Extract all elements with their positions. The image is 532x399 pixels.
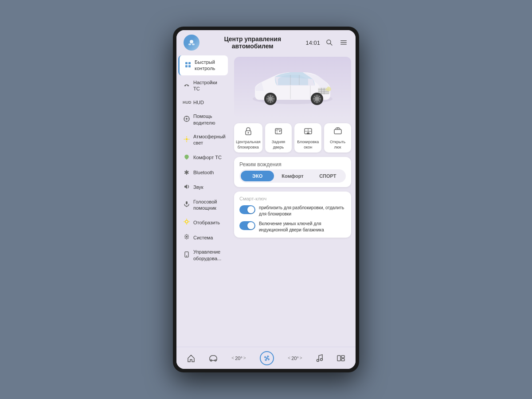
quick-control-icon: [184, 62, 192, 69]
svg-point-75: [266, 357, 268, 359]
window-lock-label: Блокировка окон: [296, 140, 320, 150]
svg-line-4: [330, 43, 332, 45]
open-hatch-button[interactable]: Открыть люк: [324, 123, 351, 153]
sidebar-item-hud[interactable]: HUD HUD: [178, 96, 228, 109]
svg-rect-79: [341, 356, 344, 358]
drive-mode-buttons: ЭКО Комфорт СПОРТ: [239, 169, 346, 183]
toggle-induction[interactable]: [239, 221, 255, 230]
temp-right-control[interactable]: < 20° >: [288, 356, 302, 361]
voice-assistant-icon: [183, 201, 191, 208]
rear-door-button[interactable]: Задняя дверь: [265, 123, 292, 153]
rear-door-icon: [274, 127, 283, 138]
temp-right-increase[interactable]: >: [300, 356, 302, 360]
clock: 14:01: [305, 39, 320, 46]
sound-icon: [183, 184, 191, 191]
music-icon: [316, 354, 323, 362]
system-icon: [183, 234, 191, 241]
sidebar-item-settings-tc[interactable]: Настройки ТС: [178, 76, 228, 96]
svg-rect-10: [185, 65, 188, 67]
sidebar-item-sound[interactable]: Звук: [178, 180, 228, 195]
sidebar-item-device-mgmt[interactable]: Управление оборудова...: [178, 245, 228, 265]
sidebar-item-system[interactable]: Система: [178, 230, 228, 245]
central-lock-button[interactable]: Центральная блокировка: [234, 123, 262, 153]
temp-left-decrease[interactable]: <: [231, 356, 234, 360]
panels-icon: [337, 355, 345, 361]
drive-mode-sport[interactable]: СПОРТ: [311, 171, 344, 181]
car-icon: [209, 355, 218, 362]
window-lock-icon: [304, 127, 313, 138]
sidebar-item-display[interactable]: Отобразить: [178, 215, 228, 230]
search-icon[interactable]: [325, 38, 334, 47]
panels-button[interactable]: [337, 355, 345, 361]
drive-mode-eco[interactable]: ЭКО: [241, 171, 274, 181]
car-image: [234, 57, 351, 119]
drive-mode-comfort[interactable]: Комфорт: [276, 171, 309, 181]
sidebar-label-display: Отобразить: [193, 219, 220, 226]
screen-outer: Центр управления автомобилем 14:01: [173, 27, 359, 372]
home-icon: [187, 354, 195, 362]
svg-rect-9: [188, 62, 191, 64]
open-hatch-label: Открыть люк: [326, 140, 349, 150]
svg-point-76: [317, 359, 319, 361]
sidebar-item-quick-control[interactable]: Быстрый контроль: [178, 55, 228, 75]
sidebar-label-bluetooth: Bluetooth: [193, 169, 214, 176]
toggle-unlock[interactable]: [239, 205, 255, 214]
sidebar-label-settings-tc: Настройки ТС: [193, 79, 223, 92]
svg-point-35: [186, 256, 187, 257]
svg-point-32: [186, 236, 188, 238]
svg-rect-78: [337, 356, 340, 361]
display-icon: [183, 219, 191, 226]
temp-left-value: 20°: [235, 356, 243, 361]
device-mgmt-icon: [183, 251, 191, 259]
sidebar: Быстрый контроль Настройки ТС H: [176, 53, 230, 347]
sidebar-label-system: Система: [193, 235, 213, 241]
svg-point-20: [186, 138, 188, 140]
temp-left-control[interactable]: < 20° >: [231, 356, 246, 361]
driver-assist-icon: [183, 116, 191, 123]
svg-point-64: [247, 132, 249, 133]
home-button[interactable]: [187, 354, 195, 362]
hud-icon: HUD: [183, 100, 191, 105]
svg-point-1: [188, 43, 191, 45]
sidebar-label-device-mgmt: Управление оборудова...: [193, 249, 223, 262]
smart-key-title: Смарт-ключ: [239, 196, 346, 201]
sidebar-item-driver-assist[interactable]: Помощь водителю: [178, 110, 228, 129]
sidebar-label-quick-control: Быстрый контроль: [195, 59, 223, 72]
open-hatch-icon: [333, 127, 342, 138]
page-title: Центр управления автомобилем: [203, 35, 302, 50]
bottom-bar: < 20° > < 20° >: [176, 347, 356, 369]
sidebar-item-comfort-tc[interactable]: Комфорт ТС: [178, 150, 228, 165]
sidebar-label-ambient-light: Атмосферный свет: [193, 133, 226, 146]
fan-button[interactable]: [260, 351, 274, 365]
sidebar-item-voice-assistant[interactable]: Голосовой помощник: [178, 195, 228, 215]
svg-rect-8: [185, 62, 188, 64]
svg-rect-80: [341, 359, 344, 361]
svg-point-13: [188, 85, 189, 86]
app-logo: [184, 35, 200, 51]
music-button[interactable]: [316, 354, 323, 362]
drive-mode-title: Режим вождения: [239, 161, 346, 168]
sidebar-item-bluetooth[interactable]: ✱ Bluetooth: [178, 165, 228, 180]
sidebar-item-ambient-light[interactable]: Атмосферный свет: [178, 130, 228, 150]
svg-rect-71: [334, 129, 341, 134]
rear-door-label: Задняя дверь: [267, 140, 290, 150]
temp-right-decrease[interactable]: <: [288, 356, 290, 360]
svg-rect-25: [186, 201, 188, 204]
svg-point-27: [185, 220, 188, 223]
car-button[interactable]: [209, 355, 218, 362]
ambient-light-icon: [183, 136, 191, 144]
settings-tc-icon: [183, 82, 191, 89]
svg-rect-6: [340, 42, 347, 43]
bluetooth-icon: ✱: [183, 169, 191, 176]
svg-point-12: [185, 85, 186, 86]
smart-key-section: Смарт-ключ приблизить для разблокировки,…: [234, 192, 351, 238]
svg-point-0: [190, 40, 193, 43]
central-lock-label: Центральная блокировка: [236, 140, 261, 150]
toggle-unlock-text: приблизить для разблокировки, отдалить д…: [259, 205, 346, 217]
screen-inner: Центр управления автомобилем 14:01: [176, 30, 356, 369]
window-lock-button[interactable]: Блокировка окон: [294, 123, 321, 153]
menu-icon[interactable]: [339, 38, 348, 47]
temp-left-increase[interactable]: >: [243, 356, 246, 360]
sidebar-label-driver-assist: Помощь водителю: [193, 113, 223, 126]
temp-right-value: 20°: [291, 356, 299, 361]
